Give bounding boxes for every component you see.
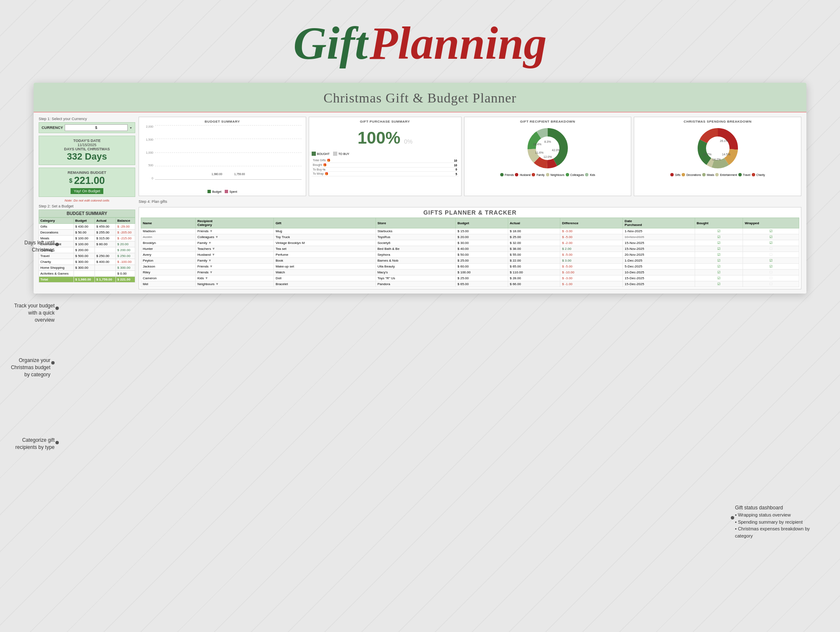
budget-cell: $ -29.00 (116, 224, 135, 230)
legend-tobuy: TO BUY (333, 152, 349, 156)
dropdown-arrow[interactable]: ▼ (215, 235, 218, 239)
planner-diff: $ -3.00 (560, 275, 623, 281)
budget-cell: $ 500.00 (74, 253, 94, 259)
dropdown-arrow[interactable]: ▼ (215, 282, 219, 286)
chart-budget-title: BUDGET SUMMARY (142, 120, 303, 123)
planner-date: 1-Nov-2025 (623, 228, 695, 234)
bought-checkbox[interactable]: ☑ (717, 229, 720, 233)
legend-budget: Budget (207, 190, 221, 193)
chart-gift-purchase: GIFT PURCHASE SUMMARY 100% 0% BOUGHT TO … (309, 117, 462, 196)
legend-spent-dot (225, 190, 228, 193)
col-balance: Balance (116, 218, 135, 224)
legend-label: Kids (590, 173, 595, 176)
annotation-budget-category: Organize yourChristmas budgetby category (0, 357, 50, 378)
planner-table: Name RecipientCategory Gift Store Budget… (141, 218, 799, 287)
budget-cell: Total (39, 277, 74, 283)
note-text: Note: Do not edit colored cells (39, 199, 135, 202)
recipient-breakdown-title: GIFT RECIPIENT BREAKDOWN (467, 120, 629, 123)
wrapped-checkbox[interactable]: ☑ (769, 241, 772, 245)
dropdown-arrow[interactable]: ▼ (208, 259, 212, 262)
planner-store: Barnes & Nob (375, 258, 456, 264)
wrapped-checkbox[interactable]: ☐ (769, 253, 772, 257)
planner-wrapped: ☑ (743, 264, 799, 270)
bought-checkbox[interactable]: ☑ (717, 265, 720, 268)
today-label: TODAY'S DATE (42, 139, 132, 143)
dropdown-arrow[interactable]: ▼ (212, 247, 215, 251)
spending-donut-svg: 26.1% 14.5% 14.2% 22.7% (695, 125, 741, 171)
bought-checkbox[interactable]: ☑ (717, 270, 720, 274)
planner-name: Madison (141, 228, 196, 234)
planner-col-bought: Bought (695, 218, 743, 228)
step1-label: Step 1: Select your Currency (39, 117, 135, 121)
budget-cell: Gifts (39, 224, 74, 230)
planner-diff: $ -5.00 (560, 264, 623, 270)
planner-col-name: Name (141, 218, 196, 228)
bought-checkbox[interactable]: ☑ (717, 253, 720, 257)
dropdown-arrow[interactable]: ▼ (205, 276, 208, 280)
currency-select[interactable]: $ (65, 124, 128, 131)
bought-checkbox[interactable]: ☑ (717, 259, 720, 262)
dropdown-arrow[interactable]: ▼ (212, 253, 215, 257)
planner-category: Family ▼ (195, 258, 273, 264)
legend-bought: BOUGHT (312, 152, 330, 156)
legend-color (566, 173, 569, 176)
budget-cell (95, 247, 116, 253)
planner-category: Kids ▼ (195, 275, 273, 281)
planner-col-diff: Difference (560, 218, 623, 228)
wrapped-checkbox[interactable]: ☐ (769, 270, 772, 274)
planner-date: 10-Dec-2025 (623, 270, 695, 275)
currency-dropdown-arrow[interactable]: ▼ (129, 126, 132, 129)
planner-row: Madison Friends ▼ Mug Starbucks $ 15.00 … (141, 228, 799, 234)
legend-budget-label: Budget (212, 190, 221, 193)
budget-cell: $ 100.00 (74, 236, 94, 241)
planner-diff: $ -5.00 (560, 234, 623, 240)
dropdown-arrow[interactable]: ▼ (210, 270, 213, 274)
budget-cell: Activities & Games (39, 271, 74, 277)
planner-diff: $ -5.00 (560, 252, 623, 258)
recipient-legend-item: Husband (515, 173, 530, 176)
planner-row: Peyton Family ▼ Book Barnes & Nob $ 25.0… (141, 258, 799, 264)
planner-name: Brooklyn (141, 240, 196, 246)
dropdown-arrow[interactable]: ▼ (210, 265, 213, 268)
grid-line-1 (155, 125, 302, 126)
legend-tobuy-label: TO BUY (339, 152, 349, 155)
wrapped-checkbox[interactable]: ☐ (769, 276, 772, 280)
legend-color (738, 173, 742, 176)
remaining-box: REMAINING BUDGET $ 221.00 Yay! On Budget (39, 168, 135, 197)
planner-row: Mel Neighbours ▼ Bracelet Pandora $ 65.0… (141, 281, 799, 287)
dropdown-arrow[interactable]: ▼ (208, 241, 212, 245)
bought-checkbox[interactable]: ☑ (717, 241, 720, 245)
wrapped-checkbox[interactable]: ☑ (769, 235, 772, 239)
wrapped-checkbox[interactable]: ☑ (769, 265, 772, 268)
stat-value: 10 (426, 158, 459, 163)
page-title: Gift Planning (0, 0, 840, 83)
legend-bought-dot (312, 152, 316, 156)
wrapped-checkbox[interactable]: ☑ (769, 229, 772, 233)
svg-text:11.6%: 11.6% (535, 151, 543, 154)
stat-label: To Buy 🛍 (312, 168, 426, 172)
wrapped-checkbox[interactable]: ☐ (769, 282, 772, 286)
bought-checkbox[interactable]: ☑ (717, 247, 720, 251)
wrapped-checkbox[interactable]: ☐ (769, 247, 772, 251)
planner-row: Riley Friends ▼ Watch Macy's $ 100.00 $ … (141, 270, 799, 275)
legend-color (585, 173, 588, 176)
planner-wrapped: ☐ (743, 252, 799, 258)
budget-cell: $ 300.00 (74, 259, 94, 265)
planner-col-date: DatePurchased (623, 218, 695, 228)
chart-recipient-breakdown: GIFT RECIPIENT BREAKDOWN (464, 117, 632, 196)
today-date-box: TODAY'S DATE 11/15/2025 DAYS UNTIL CHRIS… (39, 136, 135, 165)
wrapped-checkbox[interactable]: ☑ (769, 259, 772, 262)
bought-checkbox[interactable]: ☑ (717, 276, 720, 280)
card-header-title: Christmas Gift & Budget Planner (34, 90, 806, 106)
dropdown-arrow[interactable]: ▼ (210, 229, 213, 233)
step2-label: Step 2: Set a Budget (39, 204, 135, 208)
planner-bought: ☑ (695, 264, 743, 270)
bought-checkbox[interactable]: ☑ (717, 282, 720, 286)
annotation-dot-2 (55, 307, 59, 310)
bought-checkbox[interactable]: ☑ (717, 235, 720, 239)
legend-color (752, 173, 755, 176)
legend-color (682, 173, 685, 176)
planner-bought: ☑ (695, 228, 743, 234)
planner-wrapped: ☑ (743, 234, 799, 240)
gift-stats-table: Total Gifts 🎁10Bought 🎁10To Buy 🛍0To Wra… (312, 158, 459, 176)
